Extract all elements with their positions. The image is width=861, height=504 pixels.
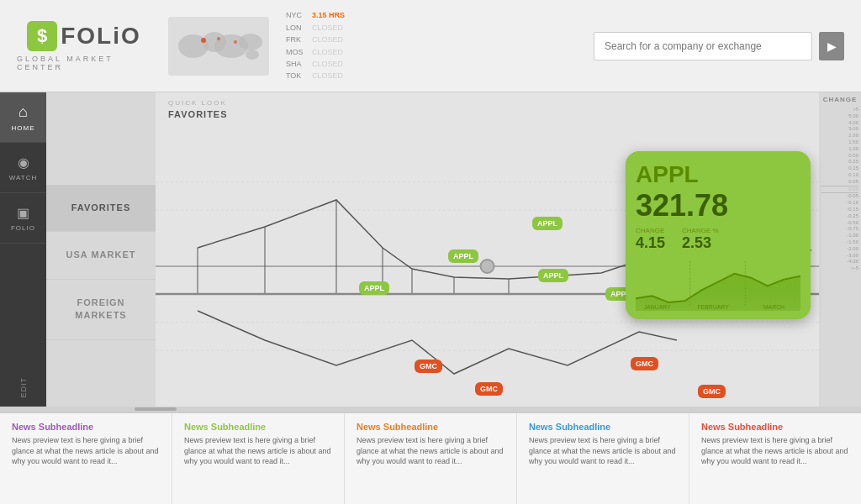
change-value: 4.15: [636, 234, 665, 251]
gmc-node-4[interactable]: GMC: [631, 357, 658, 370]
news-preview-2: News preview text is here giving a brief…: [184, 435, 332, 467]
world-map: [168, 17, 269, 76]
nav-favorites[interactable]: FAVORITES: [46, 185, 156, 232]
news-footer: News Subheadline News preview text is he…: [0, 412, 861, 504]
sidebar: ⌂ HOME ◉ WATCH ▣ FOLIO EDIT: [0, 92, 46, 407]
svg-text:FEBRUARY: FEBRUARY: [698, 304, 730, 310]
appl-node-3[interactable]: APPL: [532, 217, 563, 230]
search-arrow-icon: ▶: [827, 39, 837, 53]
news-preview-3: News preview text is here giving a brief…: [357, 435, 504, 467]
logo-area: $ FOLiO GLOBAL MARKET CENTER: [17, 21, 151, 71]
sidebar-item-folio[interactable]: ▣ FOLIO: [0, 193, 46, 244]
stock-ticker: APPL: [636, 161, 800, 188]
scrollbar-area: [0, 407, 861, 412]
sidebar-item-home[interactable]: ⌂ HOME: [0, 92, 46, 143]
news-preview-1: News preview text is here giving a brief…: [12, 435, 160, 467]
news-headline-2[interactable]: News Subheadline: [184, 422, 332, 432]
home-icon: ⌂: [18, 103, 28, 121]
nav-usa[interactable]: USA MARKET: [46, 232, 156, 279]
svg-point-4: [239, 34, 262, 50]
app: $ FOLiO GLOBAL MARKET CENTER: [0, 0, 861, 504]
sidebar-edit[interactable]: EDIT: [19, 377, 28, 398]
watch-icon: ◉: [18, 155, 29, 171]
sidebar-watch-label: WATCH: [9, 174, 37, 181]
news-preview-4: News preview text is here giving a brief…: [529, 435, 677, 467]
stock-price: 321.78: [636, 188, 800, 223]
news-headline-4[interactable]: News Subheadline: [529, 422, 677, 432]
svg-point-21: [481, 260, 494, 273]
gmc-node-6[interactable]: GMC: [698, 385, 726, 398]
market-tok: TOK CLOSED: [286, 70, 345, 81]
appl-node-1[interactable]: APPL: [359, 281, 389, 295]
market-sha: SHA CLOSED: [286, 58, 345, 70]
map-svg: [168, 17, 269, 76]
quick-look-label: QUICK LOOK: [168, 99, 227, 107]
y-labels: >5 5.00 4.00 3.00 2.00 1.50 1.00 0.50 0.…: [819, 107, 861, 404]
news-item-5: News Subheadline News preview text is he…: [689, 413, 861, 504]
news-item-3: News Subheadline News preview text is he…: [345, 413, 517, 504]
news-item-1: News Subheadline News preview text is he…: [0, 413, 172, 504]
favorites-label: FAVORITES: [168, 109, 228, 119]
news-item-2: News Subheadline News preview text is he…: [172, 413, 345, 504]
stock-change-col: CHANGE 4.15: [636, 227, 665, 252]
svg-point-8: [234, 40, 237, 44]
svg-point-6: [201, 38, 206, 43]
appl-node-4[interactable]: APPL: [538, 269, 568, 282]
logo-subtitle: GLOBAL MARKET CENTER: [17, 55, 151, 71]
appl-node-2[interactable]: APPL: [448, 249, 478, 263]
news-headline-5[interactable]: News Subheadline: [701, 422, 849, 432]
change-label: CHANGE: [636, 227, 665, 234]
search-input[interactable]: [594, 32, 812, 60]
news-headline-3[interactable]: News Subheadline: [357, 422, 504, 432]
market-nyc: NYC 3.15 HRS: [286, 9, 345, 21]
svg-text:MARCH: MARCH: [763, 304, 784, 310]
gmc-node-2[interactable]: GMC: [475, 382, 503, 396]
chart-area: QUICK LOOK FAVORITES: [156, 92, 861, 407]
logo-dollar: $: [27, 21, 57, 51]
folio-icon: ▣: [17, 205, 29, 221]
markets-area: NYC 3.15 HRS LON CLOSED FRK CLOSED MOS C…: [286, 9, 345, 81]
svg-point-7: [217, 37, 220, 40]
sidebar-home-label: HOME: [12, 124, 35, 132]
gmc-node-1[interactable]: GMC: [415, 360, 442, 373]
sidebar-item-watch[interactable]: ◉ WATCH: [0, 143, 46, 193]
main-content: ⌂ HOME ◉ WATCH ▣ FOLIO EDIT FAVORITES US…: [0, 92, 861, 407]
news-preview-5: News preview text is here giving a brief…: [701, 435, 849, 467]
y-axis: CHANGE >5 5.00 4.00 3.00 2.00 1.50 1.00 …: [819, 92, 861, 407]
news-headline-1[interactable]: News Subheadline: [12, 422, 160, 432]
svg-point-5: [246, 50, 259, 60]
header: $ FOLiO GLOBAL MARKET CENTER: [0, 0, 861, 92]
search-button[interactable]: ▶: [819, 32, 844, 60]
stock-card: APPL 321.78 CHANGE 4.15 CHANGE % 2.53: [626, 151, 811, 319]
market-frk: FRK CLOSED: [286, 34, 345, 45]
y-axis-title: CHANGE: [819, 92, 861, 107]
logo-text: FOLiO: [61, 23, 141, 50]
logo: $ FOLiO: [27, 21, 141, 51]
change-pct-value: 2.53: [682, 234, 711, 251]
mini-chart: JANUARY FEBRUARY MARCH: [636, 259, 800, 313]
svg-text:JANUARY: JANUARY: [644, 304, 671, 310]
change-pct-label: CHANGE %: [682, 227, 719, 234]
scrollbar-thumb[interactable]: [135, 407, 177, 411]
market-lon: LON CLOSED: [286, 22, 345, 34]
news-item-4: News Subheadline News preview text is he…: [517, 413, 689, 504]
nav-foreign[interactable]: FOREIGN MARKETS: [46, 280, 156, 340]
market-mos: MOS CLOSED: [286, 46, 345, 58]
stock-change-pct-col: CHANGE % 2.53: [682, 227, 719, 252]
stock-changes: CHANGE 4.15 CHANGE % 2.53: [636, 227, 800, 252]
secondary-nav: FAVORITES USA MARKET FOREIGN MARKETS: [46, 92, 156, 407]
sidebar-folio-label: FOLIO: [11, 224, 35, 232]
search-area: ▶: [594, 32, 844, 60]
